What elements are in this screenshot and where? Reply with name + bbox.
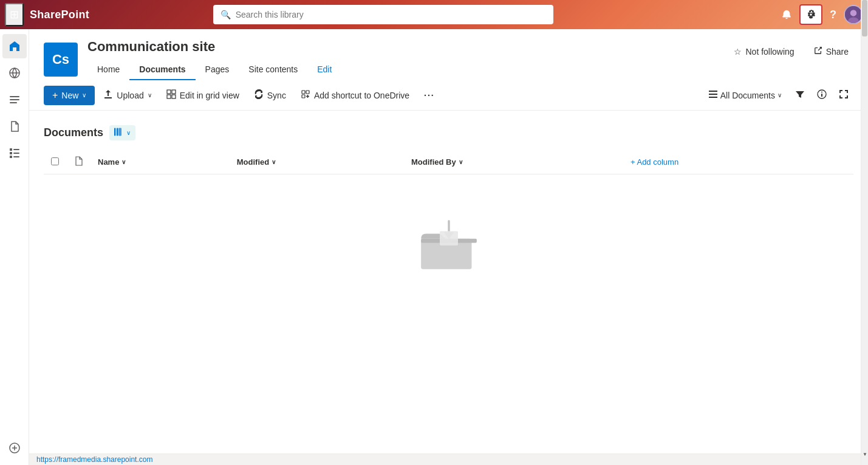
svg-rect-19 — [306, 91, 309, 94]
modified-col-header[interactable]: Modified ∨ — [230, 150, 404, 174]
modified-col-label: Modified — [237, 157, 269, 167]
svg-rect-29 — [118, 128, 121, 136]
sync-label: Sync — [267, 91, 286, 100]
scroll-thumb[interactable] — [862, 0, 867, 36]
notifications-button[interactable] — [776, 5, 797, 24]
fullscreen-button[interactable] — [834, 85, 853, 105]
sidebar-item-feed[interactable] — [2, 88, 27, 112]
svg-rect-14 — [167, 90, 171, 94]
svg-rect-25 — [821, 94, 822, 97]
share-label: Share — [826, 47, 849, 57]
new-button[interactable]: + New ∨ — [44, 86, 95, 105]
view-label: All Documents — [720, 91, 775, 100]
add-column-button[interactable]: + Add column — [626, 155, 683, 169]
add-col-header[interactable]: + Add column — [618, 150, 853, 174]
topbar-actions: ? — [776, 4, 863, 25]
site-info: Communication site Home Documents Pages … — [87, 39, 729, 80]
main-content: Cs Communication site Home Documents Pag… — [29, 29, 868, 465]
globe-icon — [9, 67, 21, 79]
svg-rect-17 — [172, 95, 176, 98]
view-selector-button[interactable]: All Documents ∨ — [702, 85, 788, 105]
not-following-button[interactable]: ☆ Not following — [729, 44, 799, 59]
sidebar-item-home[interactable] — [2, 34, 27, 58]
select-all-checkbox[interactable] — [51, 157, 59, 165]
info-button[interactable] — [812, 85, 832, 105]
sidebar-item-page[interactable] — [2, 114, 27, 139]
svg-point-2 — [848, 17, 859, 24]
toolbar: + New ∨ Upload ∨ — [29, 80, 868, 111]
info-icon — [817, 89, 827, 101]
library-icon — [114, 128, 124, 138]
svg-rect-8 — [13, 149, 19, 150]
notifications-icon — [781, 9, 792, 20]
new-chevron-icon: ∨ — [82, 92, 86, 98]
sidebar — [0, 29, 29, 465]
settings-button[interactable] — [799, 4, 822, 25]
app-layout: Cs Communication site Home Documents Pag… — [0, 29, 868, 465]
svg-rect-9 — [10, 152, 12, 154]
new-label: New — [61, 91, 78, 100]
file-icon-col-header — [66, 150, 91, 174]
waffle-button[interactable]: ⊞ — [5, 3, 24, 26]
more-button[interactable]: ··· — [418, 86, 441, 105]
add-shortcut-label: Add shortcut to OneDrive — [314, 91, 409, 100]
star-icon: ☆ — [734, 47, 742, 57]
vertical-scrollbar[interactable]: ▲ ▼ — [861, 0, 868, 465]
upload-chevron-icon: ∨ — [148, 92, 152, 98]
view-lines-icon — [708, 89, 718, 101]
site-title: Communication site — [87, 39, 729, 55]
statusbar[interactable]: https://framedmedia.sharepoint.com — [29, 453, 868, 465]
add-shortcut-button[interactable]: Add shortcut to OneDrive — [295, 85, 415, 105]
sidebar-item-list[interactable] — [2, 141, 27, 165]
edit-grid-icon — [166, 89, 176, 101]
page-icon — [9, 120, 21, 133]
name-sort-icon: ∨ — [121, 159, 126, 165]
svg-rect-21 — [709, 91, 717, 92]
doc-title-row: Documents ∨ — [44, 125, 853, 140]
share-icon — [814, 46, 822, 57]
site-nav: Home Documents Pages Site contents Edit — [87, 60, 729, 80]
document-area: Documents ∨ — [29, 111, 868, 453]
svg-rect-23 — [709, 97, 717, 98]
modified-sort-icon: ∨ — [272, 159, 276, 165]
svg-rect-6 — [10, 102, 17, 103]
svg-rect-16 — [167, 95, 171, 98]
scroll-down-arrow[interactable]: ▼ — [861, 450, 868, 458]
site-logo: Cs — [44, 43, 78, 77]
search-input[interactable] — [236, 10, 546, 19]
empty-folder-illustration — [412, 211, 485, 272]
file-type-icon — [73, 156, 83, 166]
edit-grid-label: Edit in grid view — [180, 91, 239, 100]
modified-by-col-header[interactable]: Modified By ∨ — [404, 150, 618, 174]
svg-rect-28 — [117, 128, 118, 136]
sidebar-item-add[interactable] — [2, 436, 27, 460]
nav-item-pages[interactable]: Pages — [196, 60, 239, 80]
document-table: Name ∨ Modified ∨ Modifi — [44, 150, 853, 174]
checkbox-col-header — [44, 150, 66, 174]
nav-item-home[interactable]: Home — [87, 60, 129, 80]
doc-view-button[interactable]: ∨ — [109, 125, 135, 140]
svg-rect-12 — [13, 156, 19, 157]
edit-grid-button[interactable]: Edit in grid view — [160, 85, 245, 105]
doc-view-chevron-icon: ∨ — [126, 129, 131, 136]
modified-by-col-label: Modified By — [411, 157, 456, 167]
nav-item-site-contents[interactable]: Site contents — [239, 60, 307, 80]
home-icon — [9, 40, 21, 52]
not-following-label: Not following — [745, 47, 794, 57]
empty-state — [44, 174, 853, 318]
svg-rect-15 — [172, 90, 176, 94]
fullscreen-icon — [839, 89, 849, 101]
nav-item-documents[interactable]: Documents — [129, 60, 195, 80]
sync-button[interactable]: Sync — [248, 85, 292, 105]
svg-rect-22 — [709, 94, 717, 95]
upload-button[interactable]: Upload ∨ — [97, 85, 157, 105]
upload-label: Upload — [117, 91, 143, 100]
filter-button[interactable] — [790, 85, 810, 105]
sidebar-item-globe[interactable] — [2, 61, 27, 85]
name-col-header[interactable]: Name ∨ — [91, 150, 230, 174]
share-button[interactable]: Share — [809, 44, 853, 59]
nav-item-edit[interactable]: Edit — [307, 60, 341, 80]
list-icon — [9, 147, 21, 159]
help-button[interactable]: ? — [825, 5, 841, 25]
svg-rect-11 — [10, 156, 12, 158]
